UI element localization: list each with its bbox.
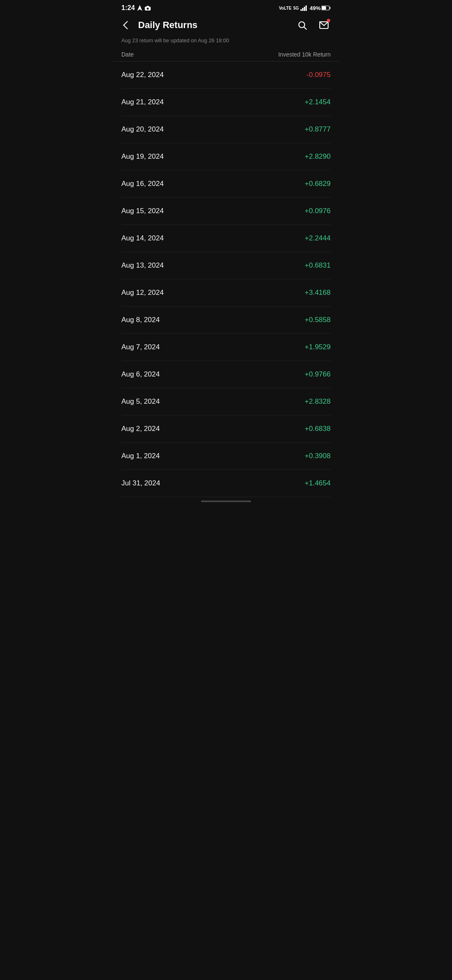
mail-button[interactable] bbox=[316, 18, 331, 33]
table-row: Aug 6, 2024+0.9766 bbox=[121, 361, 331, 388]
search-button[interactable] bbox=[295, 18, 310, 33]
table-row: Aug 22, 2024-0.0975 bbox=[121, 62, 331, 89]
notification-dot bbox=[327, 19, 330, 22]
date-column-header: Date bbox=[121, 51, 134, 58]
search-icon bbox=[297, 20, 307, 30]
row-return-9: +0.5858 bbox=[305, 316, 331, 324]
row-return-15: +1.4654 bbox=[305, 479, 331, 487]
battery-icon bbox=[321, 5, 331, 10]
svg-rect-8 bbox=[322, 6, 326, 10]
signal-icon bbox=[300, 5, 308, 11]
table-row: Aug 5, 2024+2.8328 bbox=[121, 388, 331, 415]
row-return-5: +0.0976 bbox=[305, 207, 331, 215]
table-row: Aug 13, 2024+0.6831 bbox=[121, 252, 331, 279]
svg-rect-6 bbox=[306, 5, 307, 11]
row-date-12: Aug 5, 2024 bbox=[121, 397, 160, 406]
svg-line-11 bbox=[304, 27, 307, 30]
page-title: Daily Returns bbox=[138, 20, 198, 31]
svg-rect-3 bbox=[300, 9, 302, 11]
back-button[interactable] bbox=[119, 18, 134, 33]
table-row: Aug 21, 2024+2.1454 bbox=[121, 89, 331, 116]
row-return-13: +0.6838 bbox=[305, 425, 331, 433]
row-return-0: -0.0975 bbox=[306, 71, 331, 79]
svg-rect-4 bbox=[302, 8, 303, 11]
row-date-7: Aug 13, 2024 bbox=[121, 261, 164, 270]
table-row: Aug 12, 2024+3.4168 bbox=[121, 279, 331, 307]
table-row: Jul 31, 2024+1.4654 bbox=[121, 470, 331, 497]
row-date-4: Aug 16, 2024 bbox=[121, 180, 164, 188]
table-row: Aug 2, 2024+0.6838 bbox=[121, 415, 331, 443]
row-date-11: Aug 6, 2024 bbox=[121, 370, 160, 379]
row-date-6: Aug 14, 2024 bbox=[121, 234, 164, 242]
volte-label: VoLTE bbox=[279, 6, 291, 10]
row-date-3: Aug 19, 2024 bbox=[121, 152, 164, 161]
row-date-8: Aug 12, 2024 bbox=[121, 289, 164, 297]
returns-table: Aug 22, 2024-0.0975Aug 21, 2024+2.1454Au… bbox=[113, 62, 339, 497]
row-return-7: +0.6831 bbox=[305, 261, 331, 270]
camera-icon bbox=[145, 6, 151, 10]
row-date-14: Aug 1, 2024 bbox=[121, 452, 160, 460]
return-column-header: Invested 10k Return bbox=[278, 51, 331, 58]
svg-rect-9 bbox=[330, 7, 331, 9]
status-time: 1:24 bbox=[121, 4, 135, 12]
row-date-15: Jul 31, 2024 bbox=[121, 479, 160, 487]
row-return-6: +2.2444 bbox=[305, 234, 331, 242]
scroll-indicator bbox=[113, 497, 339, 504]
table-row: Aug 1, 2024+0.3908 bbox=[121, 443, 331, 470]
header-actions bbox=[295, 18, 331, 33]
table-row: Aug 8, 2024+0.5858 bbox=[121, 307, 331, 334]
row-return-12: +2.8328 bbox=[305, 397, 331, 406]
row-return-10: +1.9529 bbox=[305, 343, 331, 351]
table-row: Aug 7, 2024+1.9529 bbox=[121, 334, 331, 361]
table-row: Aug 20, 2024+0.8777 bbox=[121, 116, 331, 143]
row-date-13: Aug 2, 2024 bbox=[121, 425, 160, 433]
header-left: Daily Returns bbox=[119, 18, 198, 33]
row-return-2: +0.8777 bbox=[305, 125, 331, 134]
svg-rect-5 bbox=[304, 7, 305, 11]
back-chevron-icon bbox=[123, 21, 131, 29]
location-icon bbox=[137, 5, 142, 11]
row-return-1: +2.1454 bbox=[305, 98, 331, 106]
status-left: 1:24 bbox=[121, 4, 151, 12]
info-bar: Aug 23 return will be updated on Aug 26 … bbox=[113, 38, 339, 48]
row-date-9: Aug 8, 2024 bbox=[121, 316, 160, 324]
table-row: Aug 19, 2024+2.8290 bbox=[121, 143, 331, 170]
row-date-2: Aug 20, 2024 bbox=[121, 125, 164, 134]
status-right: VoLTE 5G 49% bbox=[279, 5, 331, 11]
row-return-8: +3.4168 bbox=[305, 289, 331, 297]
table-row: Aug 16, 2024+0.6829 bbox=[121, 170, 331, 198]
svg-rect-1 bbox=[146, 6, 149, 7]
row-date-5: Aug 15, 2024 bbox=[121, 207, 164, 215]
5g-label: 5G bbox=[293, 6, 299, 10]
scroll-bar bbox=[201, 500, 251, 502]
row-return-11: +0.9766 bbox=[305, 370, 331, 379]
header: Daily Returns bbox=[113, 14, 339, 38]
row-date-0: Aug 22, 2024 bbox=[121, 71, 164, 79]
row-date-1: Aug 21, 2024 bbox=[121, 98, 164, 106]
row-date-10: Aug 7, 2024 bbox=[121, 343, 160, 351]
battery-indicator: 49% bbox=[310, 5, 331, 11]
svg-point-2 bbox=[147, 8, 149, 10]
status-bar: 1:24 VoLTE 5G 49% bbox=[113, 0, 339, 14]
row-return-4: +0.6829 bbox=[305, 180, 331, 188]
table-header: Date Invested 10k Return bbox=[113, 48, 339, 62]
table-row: Aug 15, 2024+0.0976 bbox=[121, 198, 331, 225]
table-row: Aug 14, 2024+2.2444 bbox=[121, 225, 331, 252]
row-return-3: +2.8290 bbox=[305, 152, 331, 161]
update-info-text: Aug 23 return will be updated on Aug 26 … bbox=[121, 38, 229, 44]
row-return-14: +0.3908 bbox=[305, 452, 331, 460]
